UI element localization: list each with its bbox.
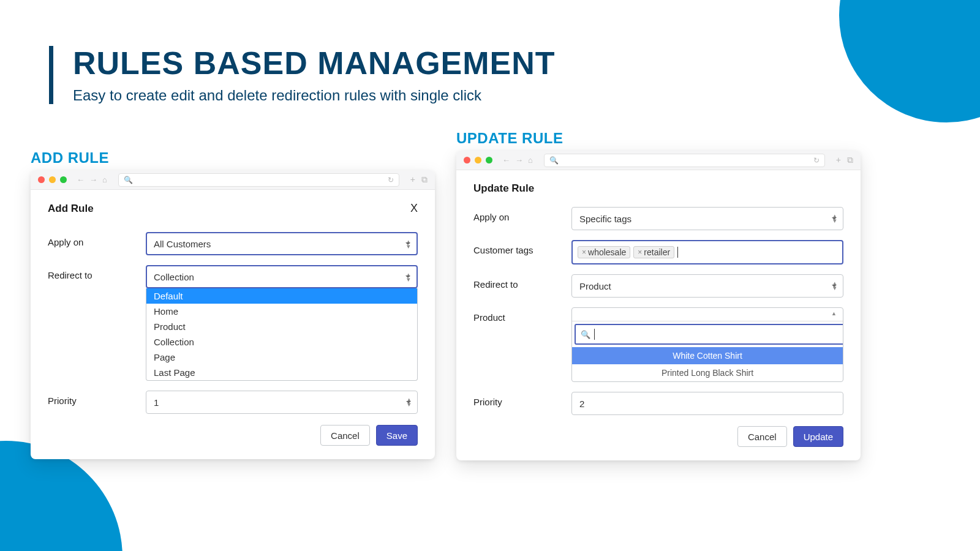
home-icon[interactable]: ⌂ — [528, 156, 533, 165]
dropdown-option[interactable]: Product — [146, 319, 417, 334]
window-update-rule: ← → ⌂ 🔍 ↻ + ⧉ Update Rule Apply on Speci… — [456, 151, 861, 460]
tabs-icon[interactable]: ⧉ — [847, 155, 853, 165]
input-priority[interactable]: 1 ▴▾ — [146, 391, 418, 414]
product-option[interactable]: Printed Long Black Shirt — [572, 364, 843, 381]
product-search-input[interactable]: 🔍 — [575, 324, 843, 345]
maximize-dot-icon[interactable] — [486, 157, 492, 163]
save-button[interactable]: Save — [376, 425, 418, 446]
forward-icon[interactable]: → — [89, 175, 97, 184]
cancel-button[interactable]: Cancel — [320, 425, 370, 446]
tag-chip[interactable]: ×retailer — [633, 246, 674, 258]
label-apply-on: Apply on — [473, 207, 571, 222]
label-product: Product — [473, 307, 571, 323]
page-title: RULES BASED MANAGEMENT — [73, 46, 556, 81]
input-priority[interactable]: 2 — [571, 392, 843, 415]
page-subtitle: Easy to create edit and delete redirecti… — [73, 87, 556, 104]
remove-tag-icon[interactable]: × — [638, 248, 642, 257]
newtab-icon[interactable]: + — [836, 155, 841, 165]
url-bar[interactable]: 🔍 ↻ — [544, 154, 825, 167]
dropdown-option[interactable]: Home — [146, 304, 417, 319]
url-bar[interactable]: 🔍 ↻ — [118, 173, 399, 187]
tag-chip[interactable]: ×wholesale — [578, 246, 630, 258]
traffic-lights — [38, 176, 67, 183]
product-select-head[interactable] — [572, 308, 843, 321]
label-redirect-to: Redirect to — [48, 265, 146, 280]
dropdown-option[interactable]: Last Page — [146, 365, 417, 380]
reload-icon[interactable]: ↻ — [813, 156, 820, 165]
text-cursor — [594, 329, 595, 340]
label-apply-on: Apply on — [48, 232, 146, 247]
product-select[interactable]: 🔍 White Cotten Shirt Printed Long Black … — [571, 307, 843, 382]
cancel-button[interactable]: Cancel — [737, 426, 787, 447]
search-icon: 🔍 — [124, 176, 133, 184]
back-icon[interactable]: ← — [502, 156, 510, 165]
remove-tag-icon[interactable]: × — [582, 248, 586, 257]
back-icon[interactable]: ← — [77, 175, 85, 184]
text-cursor — [677, 247, 678, 258]
select-apply-on-value: Specific tags — [579, 214, 631, 224]
modal-title-update: Update Rule — [473, 182, 534, 195]
select-apply-on-value: All Customers — [154, 239, 211, 249]
dropdown-option[interactable]: Collection — [146, 334, 417, 350]
close-dot-icon[interactable] — [38, 176, 45, 183]
dropdown-option[interactable]: Default — [146, 288, 417, 304]
select-apply-on[interactable]: All Customers ▴▾ — [146, 232, 418, 255]
newtab-icon[interactable]: + — [410, 174, 415, 185]
customer-tags-input[interactable]: ×wholesale ×retailer — [571, 240, 843, 264]
product-option[interactable]: White Cotten Shirt — [572, 347, 843, 364]
search-icon: 🔍 — [549, 156, 559, 165]
section-label-add: ADD RULE — [31, 149, 109, 167]
tabs-icon[interactable]: ⧉ — [421, 174, 428, 185]
nav-arrows: ← → ⌂ — [77, 175, 107, 184]
modal-title-add: Add Rule — [48, 203, 94, 215]
select-redirect-to-value: Product — [579, 281, 611, 291]
label-priority: Priority — [473, 392, 571, 407]
select-apply-on[interactable]: Specific tags ▴▾ — [571, 207, 843, 230]
update-button[interactable]: Update — [793, 426, 843, 447]
close-dot-icon[interactable] — [464, 157, 470, 163]
window-add-rule: ← → ⌂ 🔍 ↻ + ⧉ Add Rule X Apply on All Cu… — [31, 170, 435, 459]
section-label-update: UPDATE RULE — [456, 130, 563, 147]
decorative-blob-top-right — [839, 0, 980, 122]
browser-titlebar: ← → ⌂ 🔍 ↻ + ⧉ — [456, 151, 861, 170]
traffic-lights — [464, 157, 492, 163]
titlebar-right: + ⧉ — [836, 155, 853, 165]
reload-icon[interactable]: ↻ — [388, 176, 394, 184]
nav-arrows: ← → ⌂ — [502, 156, 533, 165]
input-priority-value: 1 — [154, 397, 159, 408]
label-redirect-to: Redirect to — [473, 274, 571, 290]
page-heading: RULES BASED MANAGEMENT Easy to create ed… — [49, 46, 556, 104]
titlebar-right: + ⧉ — [410, 174, 428, 185]
label-priority: Priority — [48, 391, 146, 406]
maximize-dot-icon[interactable] — [60, 176, 67, 183]
close-icon[interactable]: X — [410, 202, 418, 215]
minimize-dot-icon[interactable] — [49, 176, 56, 183]
home-icon[interactable]: ⌂ — [102, 175, 107, 184]
select-redirect-to[interactable]: Product ▴▾ — [571, 274, 843, 298]
label-customer-tags: Customer tags — [473, 240, 571, 255]
forward-icon[interactable]: → — [515, 156, 523, 165]
browser-titlebar: ← → ⌂ 🔍 ↻ + ⧉ — [31, 170, 435, 190]
dropdown-option[interactable]: Page — [146, 350, 417, 365]
select-redirect-to-value: Collection — [154, 272, 194, 282]
select-redirect-to[interactable]: Collection ▴▾ — [146, 265, 418, 288]
minimize-dot-icon[interactable] — [475, 157, 481, 163]
input-priority-value: 2 — [579, 399, 584, 409]
search-icon: 🔍 — [581, 330, 590, 339]
dropdown-redirect-options: Default Home Product Collection Page Las… — [146, 288, 418, 381]
